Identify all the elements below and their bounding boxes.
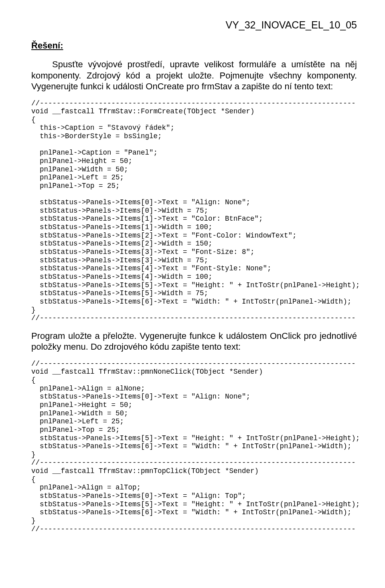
code-block-1: //--------------------------------------… [31,99,357,322]
code-block-2: //--------------------------------------… [31,360,357,533]
paragraph-1: Spusťte vývojové prostředí, upravte veli… [31,59,357,92]
section-heading: Řešení: [31,40,357,51]
document-id: VY_32_INOVACE_EL_10_05 [31,19,357,31]
paragraph-2: Program uložte a přeložte. Vygenerujte f… [31,330,357,352]
